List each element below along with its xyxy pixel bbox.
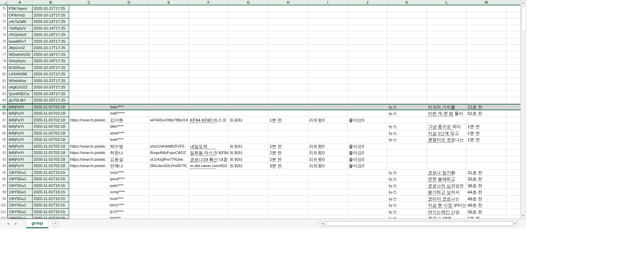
cell-F84[interactable] <box>189 97 229 104</box>
cell-A98[interactable]: 19tY5Gu1 <box>7 189 33 196</box>
cell-I85[interactable] <box>308 105 348 110</box>
cell-B85[interactable]: 2020-11-01T02:18 <box>33 105 69 110</box>
cell-L91[interactable] <box>427 143 466 150</box>
cell-E86[interactable] <box>149 110 189 117</box>
cell-B79[interactable]: 2020-10-20T17:25 <box>33 65 69 71</box>
cell-G73[interactable] <box>229 25 268 32</box>
cell-I89[interactable] <box>308 130 348 137</box>
cell-G88[interactable] <box>229 123 268 130</box>
row-header-79[interactable]: 79 <box>0 65 7 71</box>
row-header-100[interactable]: 100 <box>0 202 7 209</box>
cell-I98[interactable] <box>308 189 348 196</box>
cell-partial-77[interactable] <box>506 51 521 58</box>
cell-L89[interactable]: 지금 1단계 되고 <box>427 130 466 137</box>
cell-C91[interactable]: https://search.pstatic. <box>69 143 109 150</box>
cell-H76[interactable] <box>268 45 308 51</box>
cell-H75[interactable] <box>268 38 308 45</box>
cell-B87[interactable]: 2020-11-01T02:18 <box>33 117 69 124</box>
cell-G76[interactable] <box>229 45 268 51</box>
column-header-I[interactable]: I <box>308 0 348 5</box>
cell-E101[interactable] <box>149 209 189 215</box>
cell-K76[interactable] <box>387 45 427 51</box>
cell-A100[interactable]: 19tY5Gu1 <box>7 202 33 209</box>
cell-F75[interactable] <box>189 38 229 45</box>
cell-K78[interactable] <box>387 58 427 65</box>
column-header-partial[interactable] <box>506 0 521 5</box>
cell-E97[interactable] <box>149 183 189 189</box>
cell-F78[interactable] <box>189 58 229 65</box>
cell-J77[interactable] <box>348 51 387 58</box>
cell-partial-81[interactable] <box>506 78 521 84</box>
cell-H84[interactable] <box>268 97 308 104</box>
cell-E90[interactable] <box>149 136 189 143</box>
cell-C80[interactable] <box>69 71 109 78</box>
cell-M74[interactable] <box>466 32 506 38</box>
cell-H78[interactable] <box>268 58 308 65</box>
cell-A87[interactable]: lbRjPaYt <box>7 117 33 124</box>
row-header-96[interactable]: 96 <box>0 176 7 183</box>
cell-L77[interactable] <box>427 51 466 58</box>
cell-C78[interactable] <box>69 58 109 65</box>
cell-E88[interactable] <box>149 123 189 130</box>
cell-E77[interactable] <box>149 51 189 58</box>
cell-B75[interactable]: 2020-10-16T17:25 <box>33 38 69 45</box>
cell-partial-71[interactable] <box>506 12 521 19</box>
cell-I86[interactable] <box>308 110 348 117</box>
cell-K99[interactable]: 뉴스 <box>387 196 427 202</box>
cell-J95[interactable] <box>348 169 387 176</box>
cell-B86[interactable]: 2020-11-01T02:18 <box>33 110 69 117</box>
cell-B77[interactable]: 2020-10-18T17:25 <box>33 51 69 58</box>
cell-M91[interactable] <box>466 143 506 150</box>
cell-L80[interactable] <box>427 71 466 78</box>
cell-F71[interactable] <box>189 12 229 19</box>
cell-H102[interactable] <box>268 215 308 219</box>
cell-E96[interactable] <box>149 176 189 183</box>
cell-partial-88[interactable] <box>506 123 521 130</box>
cell-F102[interactable] <box>189 215 229 219</box>
cell-H72[interactable] <box>268 18 308 25</box>
cell-F76[interactable] <box>189 45 229 51</box>
cell-H80[interactable] <box>268 71 308 78</box>
cell-G100[interactable] <box>229 202 268 209</box>
cell-I92[interactable]: 리트윗0 <box>308 150 348 156</box>
cell-K93[interactable] <box>387 156 427 163</box>
row-header-77[interactable]: 77 <box>0 51 7 58</box>
cell-D81[interactable] <box>109 78 149 84</box>
cell-A95[interactable]: 19tY5Gu1 <box>7 169 33 176</box>
cell-G98[interactable] <box>229 189 268 196</box>
cell-D83[interactable] <box>109 91 149 97</box>
column-header-B[interactable]: B <box>33 0 69 5</box>
cell-partial-93[interactable] <box>506 156 521 163</box>
cell-J92[interactable]: 좋아요0 <box>348 150 387 156</box>
cell-C93[interactable]: https://search.pstatic. <box>69 156 109 163</box>
cell-D74[interactable] <box>109 32 149 38</box>
cell-E98[interactable] <box>149 189 189 196</box>
cell-J97[interactable] <box>348 183 387 189</box>
column-header-H[interactable]: H <box>268 0 308 5</box>
cell-K100[interactable]: 뉴스 <box>387 202 427 209</box>
cell-E85[interactable] <box>149 105 189 110</box>
cell-M95[interactable]: 31초 전 <box>466 169 506 176</box>
cell-M77[interactable] <box>466 51 506 58</box>
cell-D78[interactable] <box>109 58 149 65</box>
cell-C90[interactable] <box>69 136 109 143</box>
cell-C87[interactable]: https://search.pstatic. <box>69 117 109 124</box>
cell-F101[interactable] <box>189 209 229 215</box>
cell-G78[interactable] <box>229 58 268 65</box>
cell-G94[interactable]: 트위터 <box>229 163 268 169</box>
cell-D79[interactable] <box>109 65 149 71</box>
cell-G87[interactable]: 트위터 <box>229 117 268 124</box>
cell-D86[interactable]: mdf7**** <box>109 110 149 117</box>
row-header-75[interactable]: 75 <box>0 38 7 45</box>
cell-L74[interactable] <box>427 32 466 38</box>
row-header-80[interactable]: 80 <box>0 71 7 78</box>
cell-partial-78[interactable] <box>506 58 521 65</box>
cell-H96[interactable] <box>268 176 308 183</box>
cell-J88[interactable] <box>348 123 387 130</box>
cell-M81[interactable] <box>466 78 506 84</box>
cell-L73[interactable] <box>427 25 466 32</box>
cell-D95[interactable]: ssss**** <box>109 169 149 176</box>
cell-C84[interactable] <box>69 97 109 104</box>
cell-M102[interactable]: 1분 전 <box>466 215 506 219</box>
cell-E89[interactable] <box>149 130 189 137</box>
